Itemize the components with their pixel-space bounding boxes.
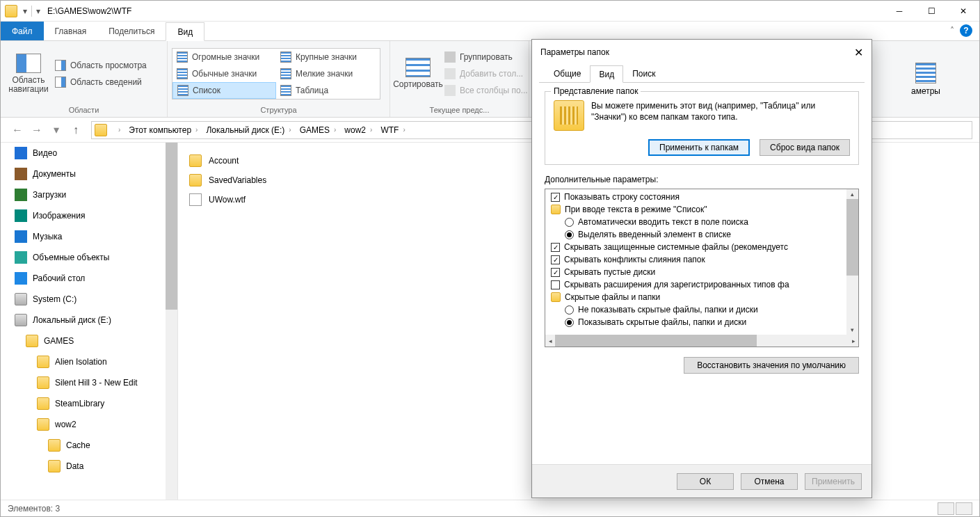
reset-folders-button[interactable]: Сброс вида папок: [760, 139, 850, 156]
up-button[interactable]: ↑: [66, 120, 86, 140]
crumb-wow2[interactable]: wow2›: [340, 125, 376, 135]
scroll-right-icon[interactable]: ▸: [849, 335, 858, 347]
tree-desktop[interactable]: Рабочий стол: [1, 268, 177, 289]
tree-games[interactable]: GAMES: [1, 331, 177, 351]
tab-share[interactable]: Поделиться: [97, 22, 166, 40]
adv-vscroll-thumb[interactable]: [846, 199, 858, 276]
tree-downloads[interactable]: Загрузки: [1, 184, 177, 205]
maximize-button[interactable]: ☐: [915, 1, 947, 22]
tree-documents[interactable]: Документы: [1, 164, 177, 184]
images-icon: [15, 209, 27, 222]
collapse-ribbon-icon[interactable]: ˄: [950, 26, 954, 35]
tree-music[interactable]: Музыка: [1, 226, 177, 247]
tab-view[interactable]: Вид: [166, 22, 204, 41]
apply-button[interactable]: Применить: [805, 473, 862, 490]
nav-tree[interactable]: Видео Документы Загрузки Изображения Муз…: [1, 143, 178, 512]
radio-icon[interactable]: [565, 305, 574, 315]
layout-small[interactable]: Мелкие значки: [276, 65, 380, 82]
tree-images[interactable]: Изображения: [1, 205, 177, 226]
crumb-root[interactable]: ›: [110, 126, 124, 134]
radio-icon[interactable]: [565, 318, 574, 327]
back-button[interactable]: ←: [8, 120, 27, 140]
sort-button[interactable]: Сортировать: [394, 42, 442, 104]
layout-gallery[interactable]: Огромные значки Крупные значки Обычные з…: [172, 48, 380, 100]
addcols-button[interactable]: Добавить стол...: [442, 65, 531, 82]
adv-hidesys[interactable]: ✓Скрывать защищенные системные файлы (ре…: [545, 241, 858, 253]
close-button[interactable]: ✕: [947, 1, 979, 22]
folder-views-legend: Представление папок: [551, 86, 641, 96]
scroll-left-icon[interactable]: ◂: [545, 335, 555, 347]
recent-dropdown[interactable]: ▾: [47, 120, 66, 140]
layout-list[interactable]: Список: [172, 82, 276, 99]
crumb-games[interactable]: GAMES›: [296, 125, 341, 135]
adv-selectinput[interactable]: Выделять введенный элемент в списке: [545, 228, 858, 241]
tree-3dobjects[interactable]: Объемные объекты: [1, 247, 177, 268]
qat-dropdown[interactable]: ▾: [22, 6, 29, 16]
dialog-close-button[interactable]: ✕: [854, 46, 863, 59]
details-pane-button[interactable]: Область сведений: [52, 74, 150, 90]
scroll-down-icon[interactable]: ▾: [846, 325, 858, 335]
checkbox-icon[interactable]: ✓: [551, 243, 560, 252]
checkbox-icon[interactable]: [551, 280, 560, 289]
checkbox-icon[interactable]: ✓: [551, 255, 560, 264]
tree-videos[interactable]: Видео: [1, 143, 177, 164]
adv-hscroll-thumb[interactable]: [555, 335, 757, 347]
dialog-titlebar[interactable]: Параметры папок ✕: [532, 40, 871, 65]
preview-pane-button[interactable]: Область просмотра: [52, 57, 150, 74]
tree-local-e[interactable]: Локальный диск (E:): [1, 310, 177, 331]
adv-hideext[interactable]: Скрывать расширения для зарегистрированн…: [545, 278, 858, 291]
forward-button[interactable]: →: [27, 120, 47, 140]
options-icon: [915, 63, 936, 83]
tree-scroll-thumb[interactable]: [166, 143, 177, 310]
layout-large[interactable]: Крупные значки: [276, 49, 380, 65]
file-icon: [189, 193, 202, 206]
advanced-settings-list[interactable]: ✓Показывать строку состояния При вводе т…: [545, 189, 859, 347]
adv-dontshow[interactable]: Не показывать скрытые файлы, папки и дис…: [545, 303, 858, 316]
dlg-tab-view[interactable]: Вид: [590, 65, 623, 83]
adv-hidemerge[interactable]: ✓Скрывать конфликты слияния папок: [545, 253, 858, 266]
groupby-button[interactable]: Группировать: [442, 49, 531, 65]
cancel-button[interactable]: Отмена: [741, 473, 798, 490]
checkbox-icon[interactable]: ✓: [551, 268, 560, 277]
tree-wow2[interactable]: wow2: [1, 414, 177, 435]
tab-file[interactable]: Файл: [1, 22, 44, 40]
apply-to-folders-button[interactable]: Применить к папкам: [648, 139, 750, 156]
layout-table[interactable]: Таблица: [276, 82, 380, 99]
layout-regular[interactable]: Обычные значки: [172, 65, 276, 82]
dlg-tab-general[interactable]: Общие: [545, 65, 590, 82]
ok-button[interactable]: ОК: [677, 473, 734, 490]
options-label[interactable]: аметры: [911, 86, 940, 96]
tab-home[interactable]: Главная: [44, 22, 98, 40]
scroll-up-icon[interactable]: ▴: [846, 189, 858, 199]
tree-steam[interactable]: SteamLibrary: [1, 393, 177, 414]
tree-system-c[interactable]: System (C:): [1, 289, 177, 310]
crumb-drive[interactable]: Локальный диск (E:)›: [202, 125, 295, 135]
nav-pane-button[interactable]: Область навигации: [5, 42, 52, 104]
drive-icon: [15, 314, 27, 326]
tree-cache[interactable]: Cache: [1, 435, 177, 456]
adv-autotype[interactable]: Автоматически вводить текст в поле поиск…: [545, 216, 858, 228]
adv-hideempty[interactable]: ✓Скрывать пустые диски: [545, 266, 858, 278]
radio-icon[interactable]: [565, 230, 574, 239]
tree-data[interactable]: Data: [1, 456, 177, 477]
drive-icon: [15, 293, 27, 305]
crumb-wtf[interactable]: WTF›: [376, 125, 409, 135]
adv-statusbar[interactable]: ✓Показывать строку состояния: [545, 191, 858, 203]
adv-show[interactable]: Показывать скрытые файлы, папки и диски: [545, 316, 858, 328]
radio-icon[interactable]: [565, 218, 574, 227]
minimize-button[interactable]: ─: [883, 1, 915, 22]
restore-defaults-button[interactable]: Восстановить значения по умолчанию: [684, 357, 859, 374]
tree-alien[interactable]: Alien Isolation: [1, 351, 177, 372]
objects3d-icon: [15, 251, 27, 264]
fitcols-button[interactable]: Все столбцы по...: [442, 82, 531, 99]
help-icon[interactable]: ?: [960, 24, 972, 37]
checkbox-icon[interactable]: ✓: [551, 193, 560, 202]
folder-icon: [37, 356, 49, 368]
tree-sh3[interactable]: Silent Hill 3 - New Edit: [1, 372, 177, 393]
view-icons-button[interactable]: [956, 502, 972, 515]
crumb-pc[interactable]: Этот компьютер›: [124, 125, 202, 135]
dlg-tab-search[interactable]: Поиск: [623, 65, 664, 82]
view-details-button[interactable]: [938, 502, 954, 515]
qat-overflow[interactable]: ▾: [35, 6, 42, 16]
layout-huge[interactable]: Огромные значки: [172, 49, 276, 65]
